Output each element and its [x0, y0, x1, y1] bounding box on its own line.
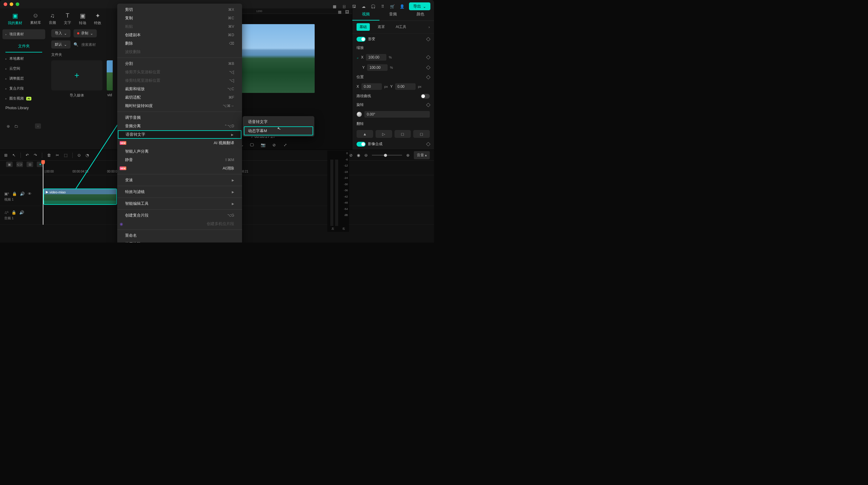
zoom-slider[interactable]: [372, 155, 402, 155]
apps-icon[interactable]: ⠿: [380, 4, 385, 9]
zoom-in-icon[interactable]: ⊕: [406, 153, 410, 158]
flip-v[interactable]: ▷: [375, 130, 392, 138]
flip-h[interactable]: ▲: [356, 130, 373, 138]
record-button[interactable]: 录制⌄: [73, 29, 97, 37]
ctx-rotate90[interactable]: 顺时针旋转90度⌥⌘→: [117, 102, 242, 110]
track-mute-icon[interactable]: 🔊: [20, 192, 25, 196]
rotate-input[interactable]: 0.00°: [364, 111, 430, 118]
user-icon[interactable]: 👤: [399, 4, 405, 9]
ctx-speech-to-text[interactable]: 语音转文字▶: [118, 130, 241, 139]
keyframe-icon[interactable]: [426, 75, 430, 79]
ctx-copy[interactable]: 复制⌘C: [117, 14, 242, 22]
crop-off-icon[interactable]: ⊘: [272, 143, 277, 147]
track-video-icon[interactable]: ▣¹: [4, 192, 9, 196]
tab-library[interactable]: ☺素材库: [29, 11, 42, 27]
sidebar-project[interactable]: ▸项目素材: [2, 29, 45, 39]
ctx-delete[interactable]: 删除⌫: [117, 39, 242, 48]
monitor-icon[interactable]: 🖵: [249, 143, 254, 147]
keyframe-icon[interactable]: [426, 37, 430, 41]
collapse-icon[interactable]: ‹: [35, 123, 41, 129]
keyframe-icon[interactable]: [426, 103, 430, 107]
ctx-ai-translate[interactable]: NEWAI 视频翻译: [117, 139, 242, 147]
color-icon[interactable]: ◔: [86, 153, 89, 158]
snapshot-icon[interactable]: 📷: [260, 143, 266, 147]
add-media-card[interactable]: +: [51, 60, 102, 90]
rtab-color[interactable]: 颜色: [407, 8, 434, 21]
track-hide-icon[interactable]: 👁: [28, 192, 32, 196]
sidebar-compound[interactable]: ▸复合片段: [2, 84, 45, 93]
flip-btn4[interactable]: ◻: [413, 130, 430, 138]
ctx-crop-zoom[interactable]: 裁剪和缩放⌥C: [117, 85, 242, 93]
path-toggle[interactable]: [421, 94, 430, 98]
minimize-window[interactable]: [10, 2, 13, 6]
playhead[interactable]: [43, 161, 43, 225]
scale-x-input[interactable]: 100.00: [366, 54, 386, 61]
headset-icon[interactable]: 🎧: [370, 4, 376, 9]
track-lock-icon[interactable]: 🔒: [11, 210, 16, 215]
ctx-fx-filter[interactable]: 特效与滤镜▶: [117, 188, 242, 196]
tab-text[interactable]: T文字: [63, 11, 72, 27]
transform-toggle[interactable]: [356, 37, 366, 41]
subtab-basic[interactable]: 基础: [356, 23, 370, 31]
pos-x-input[interactable]: 0.00: [361, 83, 382, 90]
sort-button[interactable]: 默认⌄: [51, 40, 70, 49]
ctx-crop-fit[interactable]: 裁切适配⌘F: [117, 93, 242, 102]
sidebar-layer[interactable]: ▸调整图层: [2, 74, 45, 84]
ctx-disable[interactable]: 禁用片段E: [117, 240, 242, 242]
lock-icon[interactable]: ⟓: [356, 56, 359, 59]
cloud-icon[interactable]: ☁: [361, 4, 366, 9]
cart-icon[interactable]: 🛒: [390, 4, 395, 9]
close-window[interactable]: [4, 2, 7, 6]
media-thumbnail[interactable]: [107, 60, 113, 90]
ctx-ai-erase[interactable]: NEWAI消除: [117, 164, 242, 173]
compose-toggle[interactable]: [356, 142, 366, 147]
mark-1[interactable]: ▣: [6, 162, 13, 167]
tool-cursor-icon[interactable]: ↖: [12, 153, 16, 158]
video-clip[interactable]: ▶video-miao: [43, 189, 117, 205]
sidebar-cloud[interactable]: ▸云空间: [2, 64, 45, 74]
undo-icon[interactable]: ↶: [26, 153, 29, 158]
ctx-detach-audio[interactable]: 音频分离⌃⌥D: [117, 122, 242, 130]
ctx-cut[interactable]: 剪切⌘X: [117, 5, 242, 14]
marker-icon[interactable]: ◉: [357, 153, 360, 158]
tab-audio[interactable]: ♫音频: [48, 11, 57, 27]
ctx-rename[interactable]: 重命名: [117, 231, 242, 240]
subtab-mask[interactable]: 遮罩: [375, 23, 388, 31]
maximize-window[interactable]: [16, 2, 19, 6]
delete-icon[interactable]: 🗑: [47, 153, 51, 158]
grid-view-icon[interactable]: ▦: [338, 10, 341, 14]
keyframe-icon[interactable]: [426, 65, 430, 70]
ctx-compound[interactable]: 创建复合片段⌥G: [117, 211, 242, 220]
crop-icon[interactable]: ⬚: [64, 153, 67, 158]
ctx-split[interactable]: 分割⌘B: [117, 59, 242, 68]
sidebar-local[interactable]: ▸本地素材: [2, 54, 45, 64]
sidebar-folder-tab[interactable]: 文件夹: [5, 40, 42, 53]
rtab-audio[interactable]: 音频: [379, 8, 407, 21]
keyframe-icon[interactable]: [426, 55, 430, 59]
ctx-duplicate[interactable]: 创建副本⌘D: [117, 31, 242, 39]
subtab-ai[interactable]: AI工具: [393, 23, 409, 31]
ctx-smart-tool[interactable]: 智能编辑工具▶: [117, 199, 242, 208]
scale-y-input[interactable]: 100.00: [367, 64, 388, 71]
track-lock-icon[interactable]: 🔒: [12, 192, 17, 196]
ctx-speed[interactable]: 变速▶: [117, 176, 242, 184]
track-mute-icon[interactable]: 🔊: [19, 210, 24, 215]
flip-btn3[interactable]: ◻: [395, 130, 411, 138]
keyframe-icon[interactable]: [426, 142, 430, 146]
sidebar-aigen[interactable]: ▸图生视频AI: [2, 93, 45, 104]
redo-icon[interactable]: ↷: [34, 153, 37, 158]
new-folder-icon[interactable]: ⊕: [7, 124, 10, 129]
rtab-video[interactable]: 视频: [352, 8, 379, 21]
tab-transition[interactable]: ▣转场: [78, 11, 87, 27]
tool-grid-icon[interactable]: ⊞: [4, 153, 7, 158]
tab-effects[interactable]: ✦特效: [93, 11, 102, 27]
ctx-mute[interactable]: 静音⇧⌘M: [117, 155, 242, 164]
ctx-voice-sep[interactable]: 智能人声分离: [117, 147, 242, 155]
cut-icon[interactable]: ✂: [56, 153, 59, 158]
mark-3[interactable]: ⊟: [27, 162, 33, 167]
export-button[interactable]: 导出⌄: [409, 2, 430, 10]
image-view-icon[interactable]: 🖼: [345, 10, 349, 14]
expand-icon[interactable]: ⤢: [283, 143, 288, 147]
sub-stt[interactable]: 语音转文字: [244, 117, 313, 126]
ctx-adjust-audio[interactable]: 调节音频: [117, 113, 242, 122]
